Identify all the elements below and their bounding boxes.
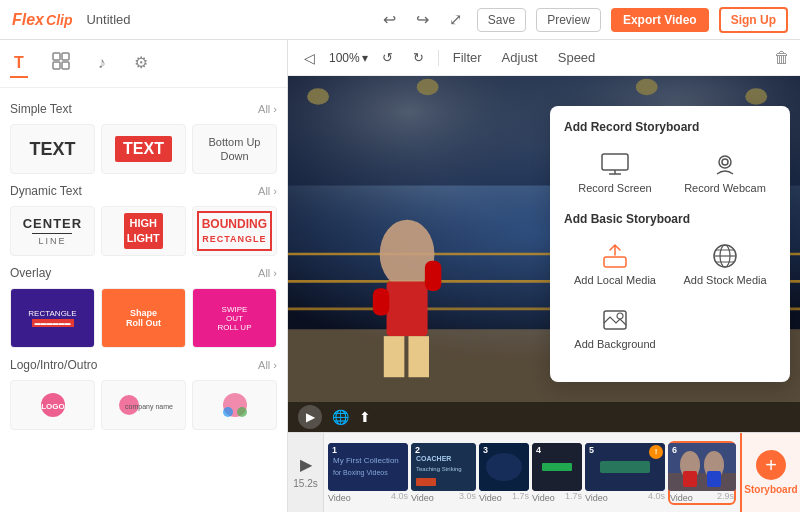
clip-label-3: Video — [479, 493, 502, 503]
text-item-red[interactable]: TEXT — [101, 124, 186, 174]
swipe-overlay: SWIPEOUTROLL UP — [193, 289, 276, 347]
clip-num-1: 1 — [332, 445, 337, 455]
text-item-highlight[interactable]: HIGHLIGHT — [101, 206, 186, 256]
media-icon — [52, 52, 70, 70]
record-screen-item[interactable]: Record Screen — [564, 144, 666, 200]
overlay-item-shape[interactable]: ShapeRoll Out — [101, 288, 186, 348]
svg-rect-27 — [425, 261, 441, 291]
stock-media-icon — [709, 242, 741, 270]
svg-rect-64 — [683, 471, 697, 487]
storyboard-button[interactable]: + Storyboard — [740, 433, 800, 512]
timeline-clip-5[interactable]: 5 ! Video 4.0s — [585, 443, 665, 503]
globe-icon[interactable]: 🌐 — [332, 409, 349, 425]
webcam-icon — [709, 150, 741, 178]
overlay-item-swipe[interactable]: SWIPEOUTROLL UP — [192, 288, 277, 348]
save-button[interactable]: Save — [477, 8, 526, 32]
clip-5-badge: ! — [655, 447, 658, 456]
svg-rect-58 — [542, 463, 572, 471]
logo-all[interactable]: All › — [258, 359, 277, 371]
tab-settings[interactable]: ⚙ — [130, 49, 152, 78]
video-toolbar: ◁ 100% ▾ ↺ ↻ Filter Adjust Speed 🗑 — [288, 40, 800, 76]
dynamic-text-all[interactable]: All › — [258, 185, 277, 197]
clip-duration-1: 4.0s — [391, 491, 408, 503]
overlay-header: Overlay All › — [10, 266, 277, 280]
dynamic-text-grid: CENTER LINE HIGHLIGHT BOUNDING RECTANGLE — [10, 206, 277, 256]
zoom-display: 100% ▾ — [329, 51, 368, 65]
shape-overlay-text: ShapeRoll Out — [126, 308, 161, 328]
play-button[interactable]: ▶ — [298, 405, 322, 429]
record-section-title: Add Record Storyboard — [564, 120, 776, 134]
center-label: CENTER — [23, 216, 82, 231]
signup-button[interactable]: Sign Up — [719, 7, 788, 33]
timeline-clip-4[interactable]: 4 Video 1.7s — [532, 443, 582, 503]
svg-rect-48 — [328, 443, 408, 491]
simple-text-header: Simple Text All › — [10, 102, 277, 116]
monitor-icon — [599, 150, 631, 178]
svg-rect-60 — [600, 461, 650, 473]
text-item-plain[interactable]: TEXT — [10, 124, 95, 174]
main-area: T ♪ ⚙ Simple Text All › TEXT TEXT — [0, 40, 800, 512]
logo-item-3[interactable] — [192, 380, 277, 430]
swipe-overlay-text: SWIPEOUTROLL UP — [218, 305, 252, 332]
clip-num-5: 5 — [589, 445, 594, 455]
clip-label-5: Video — [585, 493, 608, 503]
clip-thumb-6 — [668, 443, 736, 491]
record-webcam-item[interactable]: Record Webcam — [674, 144, 776, 200]
overlay-all[interactable]: All › — [258, 267, 277, 279]
timeline: ▶ 15.2s 1 My First Collection for Boxing… — [288, 432, 800, 512]
logo-flex: Flex — [12, 11, 44, 29]
logo-thumb-2: company name — [114, 390, 174, 420]
tab-media[interactable] — [48, 48, 74, 79]
clip-num-4: 4 — [536, 445, 541, 455]
left-panel: T ♪ ⚙ Simple Text All › TEXT TEXT — [0, 40, 288, 512]
add-stock-media-item[interactable]: Add Stock Media — [674, 236, 776, 292]
clip-label-1: Video — [328, 493, 351, 503]
logo-item-2[interactable]: company name — [101, 380, 186, 430]
center-sub: LINE — [38, 236, 66, 246]
timeline-clip-1[interactable]: 1 My First Collection for Boxing Videos … — [328, 443, 408, 503]
svg-rect-25 — [408, 336, 429, 377]
redo-button[interactable]: ↪ — [411, 8, 434, 31]
upload-local-icon — [599, 242, 631, 270]
clip-label-2: Video — [411, 493, 434, 503]
svg-text:for Boxing Videos: for Boxing Videos — [333, 469, 388, 477]
text-item-animated[interactable]: Bottom Up Down — [192, 124, 277, 174]
speed-button[interactable]: Speed — [552, 48, 602, 67]
timeline-play-button[interactable]: ▶ — [300, 455, 312, 474]
text-item-bounding[interactable]: BOUNDING RECTANGLE — [192, 206, 277, 256]
rotate-right-button[interactable]: ↻ — [407, 48, 430, 67]
rotate-left-button[interactable]: ↺ — [376, 48, 399, 67]
timeline-tracks: 1 My First Collection for Boxing Videos … — [324, 433, 740, 512]
export-button[interactable]: Export Video — [611, 8, 709, 32]
adjust-button[interactable]: Adjust — [496, 48, 544, 67]
tab-music[interactable]: ♪ — [94, 50, 110, 78]
svg-rect-66 — [707, 471, 721, 487]
delete-button[interactable]: 🗑 — [774, 49, 790, 67]
svg-rect-2 — [53, 62, 60, 69]
timeline-time-display: 15.2s — [293, 476, 317, 491]
simple-text-all[interactable]: All › — [258, 103, 277, 115]
clip-thumb-2: COACHER Teaching Striking — [411, 443, 476, 491]
expand-button[interactable]: ⤢ — [444, 8, 467, 31]
scene-back-button[interactable]: ◁ — [298, 48, 321, 68]
upload-icon[interactable]: ⬆ — [359, 409, 371, 425]
timeline-clip-2[interactable]: 2 COACHER Teaching Striking Video 3.0s — [411, 443, 476, 503]
preview-button[interactable]: Preview — [536, 8, 601, 32]
timeline-clip-6[interactable]: 6 Video 2.9s — [668, 441, 736, 505]
undo-button[interactable]: ↩ — [378, 8, 401, 31]
storyboard-popup: Add Record Storyboard Record Screen Reco… — [550, 106, 790, 382]
filter-button[interactable]: Filter — [447, 48, 488, 67]
logo-title: Logo/Intro/Outro — [10, 358, 97, 372]
logo-item-1[interactable]: LOGO — [10, 380, 95, 430]
overlay-item-rect[interactable]: RECTANGLE▬▬▬▬▬▬ — [10, 288, 95, 348]
record-webcam-label: Record Webcam — [684, 182, 766, 194]
add-background-item[interactable]: Add Background — [564, 300, 666, 356]
timeline-clip-3[interactable]: 3 Video 1.7s — [479, 443, 529, 503]
text-item-center[interactable]: CENTER LINE — [10, 206, 95, 256]
background-icon — [599, 306, 631, 334]
svg-rect-3 — [62, 62, 69, 69]
logo-thumb-1: LOGO — [33, 390, 73, 420]
tab-text[interactable]: T — [10, 50, 28, 78]
add-stock-media-label: Add Stock Media — [683, 274, 766, 286]
add-local-media-item[interactable]: Add Local Media — [564, 236, 666, 292]
